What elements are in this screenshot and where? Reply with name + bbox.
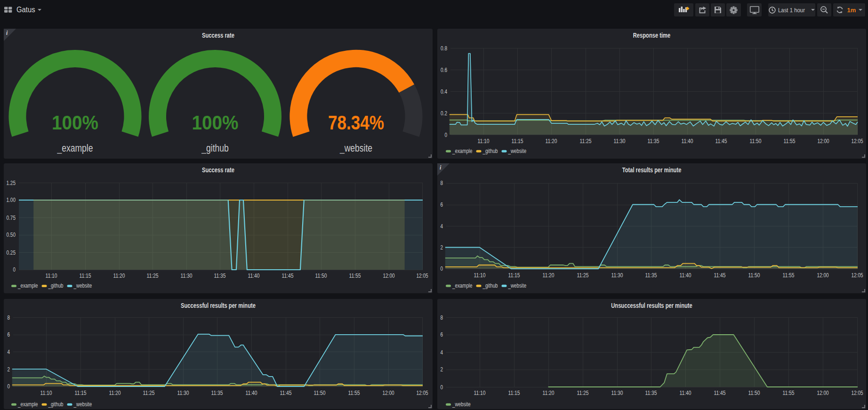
svg-text:8: 8 [441, 179, 443, 186]
svg-text:11:45: 11:45 [714, 272, 725, 279]
svg-text:11:50: 11:50 [315, 272, 327, 279]
svg-text:78.34%: 78.34% [328, 111, 384, 134]
svg-text:11:30: 11:30 [611, 272, 623, 279]
svg-text:0.4: 0.4 [441, 88, 447, 95]
svg-text:6: 6 [441, 331, 443, 338]
svg-text:_example: _example [57, 142, 93, 154]
svg-text:0: 0 [441, 265, 443, 272]
svg-text:0.75: 0.75 [6, 214, 16, 221]
svg-text:_website: _website [508, 282, 527, 289]
svg-text:_website: _website [452, 401, 471, 408]
svg-text:11:55: 11:55 [782, 272, 794, 279]
svg-text:_example: _example [452, 148, 473, 154]
svg-text:11:25: 11:25 [146, 272, 158, 279]
svg-text:_github: _github [48, 401, 64, 408]
svg-text:11:50: 11:50 [748, 272, 760, 279]
svg-text:0.8: 0.8 [441, 45, 447, 52]
svg-text:100%: 100% [52, 111, 98, 134]
svg-text:12:00: 12:00 [817, 389, 828, 396]
svg-text:11:25: 11:25 [577, 389, 588, 396]
svg-text:11:35: 11:35 [647, 137, 659, 145]
svg-text:11:35: 11:35 [645, 389, 657, 396]
svg-text:6: 6 [441, 201, 443, 208]
svg-text:8: 8 [8, 314, 10, 321]
svg-text:_example: _example [452, 282, 473, 289]
svg-text:11:15: 11:15 [74, 389, 86, 396]
svg-text:11:35: 11:35 [645, 272, 657, 279]
svg-text:11:40: 11:40 [679, 389, 691, 396]
svg-text:_website: _website [508, 148, 527, 154]
svg-text:11:50: 11:50 [749, 137, 761, 145]
svg-text:100%: 100% [192, 111, 239, 134]
svg-text:11:10: 11:10 [40, 389, 52, 396]
svg-text:12:00: 12:00 [817, 272, 828, 279]
svg-text:_github: _github [201, 142, 228, 154]
svg-text:2: 2 [441, 244, 443, 251]
svg-text:11:50: 11:50 [748, 389, 760, 396]
svg-text:0: 0 [13, 266, 16, 273]
svg-text:12:05: 12:05 [851, 137, 863, 145]
svg-text:_github: _github [482, 282, 498, 289]
svg-text:2: 2 [8, 366, 10, 373]
svg-text:_example: _example [17, 282, 38, 289]
svg-text:4: 4 [8, 348, 10, 355]
svg-text:11:55: 11:55 [782, 389, 794, 396]
svg-text:12:05: 12:05 [851, 272, 863, 279]
svg-text:11:20: 11:20 [545, 137, 557, 145]
svg-text:11:40: 11:40 [245, 389, 257, 396]
svg-text:11:20: 11:20 [109, 389, 121, 396]
svg-text:_example: _example [17, 401, 38, 408]
svg-text:8: 8 [441, 314, 443, 321]
svg-text:11:50: 11:50 [313, 389, 325, 396]
svg-text:11:55: 11:55 [349, 272, 361, 279]
svg-text:0.6: 0.6 [441, 66, 447, 73]
svg-text:11:35: 11:35 [211, 389, 223, 396]
svg-text:11:15: 11:15 [79, 272, 91, 279]
svg-text:2: 2 [441, 366, 443, 373]
svg-text:11:30: 11:30 [611, 389, 623, 396]
svg-text:11:45: 11:45 [281, 272, 293, 279]
svg-text:1.00: 1.00 [6, 196, 16, 203]
svg-text:11:40: 11:40 [681, 137, 693, 145]
svg-text:0: 0 [445, 131, 448, 138]
svg-text:11:25: 11:25 [577, 272, 588, 279]
svg-text:11:30: 11:30 [180, 272, 192, 279]
svg-text:11:10: 11:10 [474, 389, 485, 396]
svg-text:11:25: 11:25 [143, 389, 154, 396]
svg-text:11:30: 11:30 [613, 137, 625, 145]
svg-text:11:40: 11:40 [679, 272, 691, 279]
svg-text:_website: _website [73, 282, 92, 289]
svg-text:6: 6 [8, 331, 10, 338]
svg-text:11:30: 11:30 [177, 389, 189, 396]
svg-text:12:00: 12:00 [817, 137, 829, 145]
svg-text:12:00: 12:00 [383, 272, 394, 279]
svg-text:0.2: 0.2 [441, 110, 447, 117]
svg-text:4: 4 [441, 223, 443, 230]
svg-text:12:00: 12:00 [382, 389, 394, 396]
svg-text:11:10: 11:10 [477, 137, 489, 145]
svg-text:11:10: 11:10 [474, 272, 485, 279]
svg-text:12:05: 12:05 [416, 389, 428, 396]
svg-text:11:15: 11:15 [511, 137, 523, 145]
svg-text:11:35: 11:35 [214, 272, 225, 279]
svg-text:1.25: 1.25 [6, 179, 16, 186]
svg-text:11:15: 11:15 [508, 389, 520, 396]
svg-text:11:25: 11:25 [579, 137, 591, 145]
svg-text:11:40: 11:40 [248, 272, 259, 279]
svg-text:11:10: 11:10 [45, 272, 57, 279]
svg-text:0: 0 [441, 384, 443, 391]
svg-text:11:55: 11:55 [348, 389, 360, 396]
svg-text:12:05: 12:05 [851, 389, 863, 396]
svg-text:_website: _website [339, 142, 372, 154]
svg-text:11:20: 11:20 [542, 272, 554, 279]
svg-text:0.50: 0.50 [6, 231, 16, 238]
svg-text:0.25: 0.25 [6, 249, 16, 256]
svg-text:0: 0 [8, 383, 10, 390]
svg-text:11:20: 11:20 [542, 389, 554, 396]
svg-text:12:05: 12:05 [416, 272, 428, 279]
svg-text:11:20: 11:20 [113, 272, 125, 279]
svg-text:_github: _github [482, 148, 498, 154]
svg-text:11:15: 11:15 [508, 272, 520, 279]
svg-text:11:45: 11:45 [715, 137, 727, 145]
svg-text:4: 4 [441, 349, 443, 356]
